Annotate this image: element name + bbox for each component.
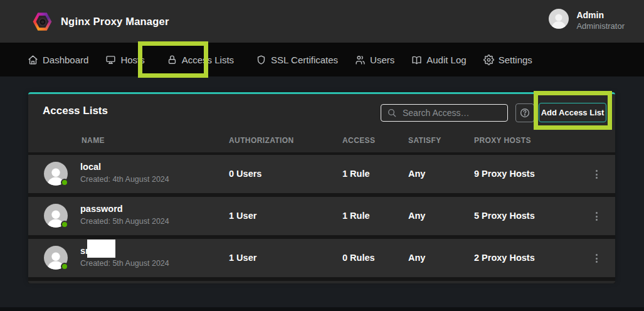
avatar (44, 204, 68, 228)
proxy-hosts-value: 2 Proxy Hosts (474, 239, 535, 277)
help-button[interactable] (515, 103, 534, 122)
column-header-authorization: AUTHORIZATION (229, 136, 294, 145)
book-icon (411, 55, 422, 65)
table-row: sn Created: 5th August 2024 1 User 0 Rul… (28, 239, 615, 277)
lock-icon (167, 55, 177, 65)
gear-icon (483, 55, 494, 65)
nav-label: Dashboard (43, 55, 88, 65)
nav-label: Audit Log (426, 55, 466, 65)
nav-item-users[interactable]: Users (355, 55, 394, 65)
users-icon (355, 55, 366, 65)
status-dot (61, 221, 68, 228)
satisfy-value: Any (408, 239, 425, 277)
panel-header: Access Lists Add Access List (28, 94, 615, 129)
brand[interactable]: Nginx Proxy Manager (33, 12, 169, 31)
nav-label: Access Lists (182, 55, 234, 65)
monitor-icon (105, 55, 116, 65)
authorization-value: 1 User (229, 239, 256, 277)
access-list-name: local (80, 162, 169, 172)
app-logo-icon (33, 12, 52, 31)
nav-item-ssl-certificates[interactable]: SSL Certificates (256, 55, 338, 65)
access-lists-panel: Access Lists Add Access List NAME AUTHOR… (28, 92, 615, 280)
nav-item-access-lists[interactable]: Access Lists (162, 55, 239, 65)
search-input[interactable] (381, 104, 508, 122)
column-header-name: NAME (82, 136, 105, 145)
status-dot (61, 179, 68, 186)
nav-label: SSL Certificates (271, 55, 338, 65)
row-menu-button[interactable] (591, 208, 602, 224)
proxy-hosts-value: 9 Proxy Hosts (474, 155, 535, 193)
user-role: Administrator (576, 21, 625, 31)
nav-label: Users (370, 55, 394, 65)
bottom-edge (0, 307, 644, 311)
panel-footer (28, 281, 615, 283)
help-icon (519, 107, 531, 119)
row-menu-button[interactable] (591, 166, 602, 182)
column-header-satisfy: SATISFY (408, 136, 441, 145)
authorization-value: 0 Users (229, 155, 261, 193)
status-dot (61, 263, 68, 270)
nav-item-audit-log[interactable]: Audit Log (411, 55, 466, 65)
access-value: 0 Rules (342, 239, 375, 277)
satisfy-value: Any (408, 155, 425, 193)
column-header-access: ACCESS (342, 136, 375, 145)
avatar (44, 162, 68, 186)
user-menu[interactable]: Admin Administrator (549, 9, 625, 31)
nav-label: Settings (499, 55, 532, 65)
table-body: local Created: 4th August 2024 0 Users 1… (28, 152, 615, 283)
add-access-list-button[interactable]: Add Access List (539, 103, 606, 122)
nav-item-hosts[interactable]: Hosts (105, 55, 144, 65)
app-header: Nginx Proxy Manager Admin Administrator (0, 0, 644, 43)
table-row: password Created: 5th August 2024 1 User… (28, 197, 615, 235)
user-avatar (549, 9, 569, 29)
row-menu-button[interactable] (591, 250, 602, 266)
proxy-hosts-value: 5 Proxy Hosts (474, 197, 535, 235)
user-name: Admin (576, 10, 625, 21)
app-title: Nginx Proxy Manager (61, 16, 169, 28)
table-row: local Created: 4th August 2024 0 Users 1… (28, 155, 615, 193)
access-value: 1 Rule (342, 197, 370, 235)
home-icon (28, 55, 38, 65)
created-date: Created: 4th August 2024 (80, 175, 169, 184)
avatar (44, 246, 68, 270)
satisfy-value: Any (408, 197, 425, 235)
authorization-value: 1 User (229, 197, 256, 235)
table-header: NAME AUTHORIZATION ACCESS SATISFY PROXY … (28, 129, 615, 152)
nav-item-dashboard[interactable]: Dashboard (28, 55, 88, 65)
access-list-name: password (80, 204, 169, 214)
page-title: Access Lists (43, 105, 108, 117)
created-date: Created: 5th August 2024 (80, 259, 169, 268)
access-value: 1 Rule (342, 155, 370, 193)
shield-icon (256, 55, 267, 65)
main-nav: Dashboard Hosts Access Lists SSL Certifi… (0, 43, 644, 76)
column-header-proxy-hosts: PROXY HOSTS (474, 136, 531, 145)
redaction-box (87, 240, 115, 258)
nav-label: Hosts (120, 55, 144, 65)
search-box (381, 104, 508, 122)
nav-item-settings[interactable]: Settings (483, 55, 532, 65)
created-date: Created: 5th August 2024 (80, 217, 169, 226)
